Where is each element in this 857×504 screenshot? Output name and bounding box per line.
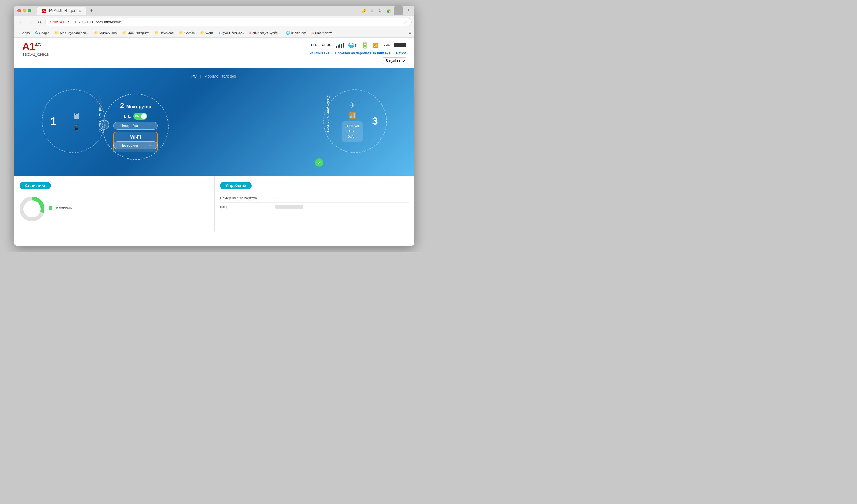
bookmark-unicredit[interactable]: ● УниКредит Булба...: [247, 30, 283, 36]
close-button[interactable]: [17, 9, 21, 13]
bookmark-work[interactable]: 📁 Work: [198, 30, 215, 36]
bookmark-mob-internet[interactable]: 📁 Моб. интернет: [120, 30, 151, 36]
step2-label: Моят рутер: [127, 104, 151, 109]
reload-icon[interactable]: ↻: [377, 8, 383, 14]
circle-3: 3 Сърфиране по Интернет ✈ 📶 00:10:40: [323, 89, 387, 153]
a1-logo-area: A14G SSID:A1_C2492B: [22, 42, 49, 56]
bookmark-music-video[interactable]: 📁 Music/Video: [92, 30, 119, 36]
wifi-box: Wi-Fi Настройки ›: [114, 132, 158, 152]
stats-down: 0b/s ↓: [346, 129, 359, 134]
bookmark-ip-address[interactable]: 🌐 IP Address: [284, 30, 309, 36]
folder-icon-6: 📁: [200, 31, 204, 35]
bookmark-download[interactable]: 📁 Download: [152, 30, 176, 36]
hero-section: PC | Мобилен телефон 1 Достъп на устройс…: [14, 68, 415, 176]
header-links: Изключване Промяна на паролата за влизан…: [309, 51, 406, 55]
menu-icon[interactable]: ⋮: [406, 8, 411, 14]
globe-icon: 🌐↕: [348, 42, 357, 48]
disconnect-link[interactable]: Изключване: [309, 51, 330, 55]
nav-bar: ‹ › ↻ ⚠ Not Secure | 192.168.0.1/index.h…: [14, 16, 415, 28]
imei-label: IMEI: [220, 205, 275, 209]
wifi-settings-label: Настройки: [120, 143, 138, 147]
refresh-button[interactable]: ↻: [36, 18, 43, 26]
step3-label: Сърфиране по Интернет: [326, 96, 331, 134]
operator-badge: A1 BG: [321, 43, 332, 47]
stats-section: Статистика Използвани: [14, 177, 215, 231]
security-indicator: ⚠ Not Secure: [49, 20, 69, 24]
minimize-button[interactable]: [23, 9, 26, 13]
forward-button[interactable]: ›: [26, 18, 34, 26]
bookmark-zyxel[interactable]: ● ZyXEL NAS326: [216, 30, 246, 36]
chart-area: Използвани: [20, 197, 209, 221]
bookmark-ip-label: IP Address: [291, 31, 306, 34]
tab-title: 4G Mobile Hotspot: [48, 9, 75, 13]
wifi-settings-arrow: ›: [150, 143, 151, 147]
lte-settings-button[interactable]: Настройки ›: [114, 122, 158, 130]
signal-bar-3: [339, 45, 340, 48]
url-text: 192.168.0.1/index.html#home: [74, 20, 122, 24]
language-select[interactable]: Bulgarian English: [383, 57, 406, 64]
back-button[interactable]: ‹: [17, 18, 24, 26]
bookmarks-more-button[interactable]: »: [408, 30, 412, 36]
language-selector-area: Bulgarian English: [383, 57, 406, 64]
tab-close-button[interactable]: ✕: [78, 9, 82, 13]
new-tab-button[interactable]: +: [87, 7, 95, 15]
tab-pc[interactable]: PC: [191, 74, 197, 78]
bottom-section: Статистика Използвани: [14, 176, 415, 231]
device-button[interactable]: Устройство: [220, 182, 252, 189]
wifi-title: Wi-Fi: [130, 135, 141, 140]
bookmark-smart-news[interactable]: ● Smart News: [310, 30, 335, 36]
bookmark-games-label: Games: [184, 31, 195, 34]
fullscreen-button[interactable]: [28, 9, 32, 13]
battery-visual: [394, 43, 406, 48]
sim-card-value: — —: [275, 196, 284, 200]
phone-icon: 📱: [72, 124, 80, 132]
ssid-label: SSID:A1_C2492B: [22, 53, 49, 56]
tab-favicon: A1: [42, 9, 46, 13]
bookmark-mob-label: Моб. интернет: [127, 31, 149, 34]
circles-wrapper: 1 Достъп на устройството 🖥 📱 ›: [25, 84, 403, 167]
statistics-button[interactable]: Статистика: [20, 182, 51, 189]
bookmark-google[interactable]: G Google: [33, 30, 51, 36]
active-tab[interactable]: A1 4G Mobile Hotspot ✕: [37, 7, 86, 15]
signal-bar-2: [338, 45, 339, 48]
folder-icon-2: 📁: [94, 31, 98, 35]
step2-title: 2 Моят рутер: [120, 101, 151, 110]
step3-number: 3: [372, 115, 378, 127]
logout-link[interactable]: Изход: [396, 51, 406, 55]
circle-2-content: 2 Моят рутер LTE ON: [114, 101, 158, 152]
legend-used: Използвани: [49, 206, 73, 210]
router-header: A14G SSID:A1_C2492B LTE A1 BG: [14, 37, 415, 68]
lte-toggle[interactable]: ON: [133, 113, 147, 119]
router-page: A14G SSID:A1_C2492B LTE A1 BG: [14, 37, 415, 246]
bookmark-google-label: Google: [39, 31, 49, 34]
extensions-icon[interactable]: 🧩: [386, 8, 391, 14]
bookmark-apps-label: Apps: [22, 31, 30, 34]
folder-icon-4: 📁: [154, 31, 158, 35]
profile-button[interactable]: [394, 6, 403, 15]
key-icon[interactable]: 🔑: [361, 8, 366, 14]
bookmark-games[interactable]: 📁 Games: [177, 30, 197, 36]
stats-box: 00:10:40 0b/s ↓ 0b/s ↑: [342, 121, 363, 142]
stats-up: 0b/s ↑: [346, 134, 359, 139]
status-icons: LTE A1 BG 🌐↕ 🔋: [311, 42, 406, 49]
smart-news-icon: ●: [312, 31, 314, 35]
toggle-knob: [141, 114, 147, 119]
bookmark-music-label: Music/Video: [99, 31, 117, 34]
legend-used-label: Използвани: [54, 206, 73, 210]
bookmark-mac-keyboard[interactable]: 📁 Mac keyboard sho...: [52, 30, 91, 36]
tab-bar: A1 4G Mobile Hotspot ✕ +: [37, 7, 359, 15]
change-password-link[interactable]: Промяна на паролата за влизане: [335, 51, 390, 55]
wifi-settings-button[interactable]: Настройки ›: [114, 141, 158, 149]
address-bar[interactable]: ⚠ Not Secure | 192.168.0.1/index.html#ho…: [45, 18, 411, 26]
checkmark-icon: ✓: [315, 158, 323, 167]
unicredit-icon: ●: [249, 31, 251, 35]
bookmark-apps[interactable]: ⊞ Apps: [16, 30, 32, 36]
sim-card-label: Номер на SIM картата: [220, 196, 275, 200]
separator: |: [71, 20, 72, 24]
tab-mobile[interactable]: Мобилен телефон: [204, 74, 237, 78]
wifi-status-icon: 📶: [373, 43, 379, 48]
google-icon: G: [35, 31, 38, 35]
folder-icon-5: 📁: [179, 31, 183, 35]
bookmark-star-icon[interactable]: ☆: [369, 8, 375, 14]
bookmark-icon[interactable]: ☆: [404, 20, 408, 24]
